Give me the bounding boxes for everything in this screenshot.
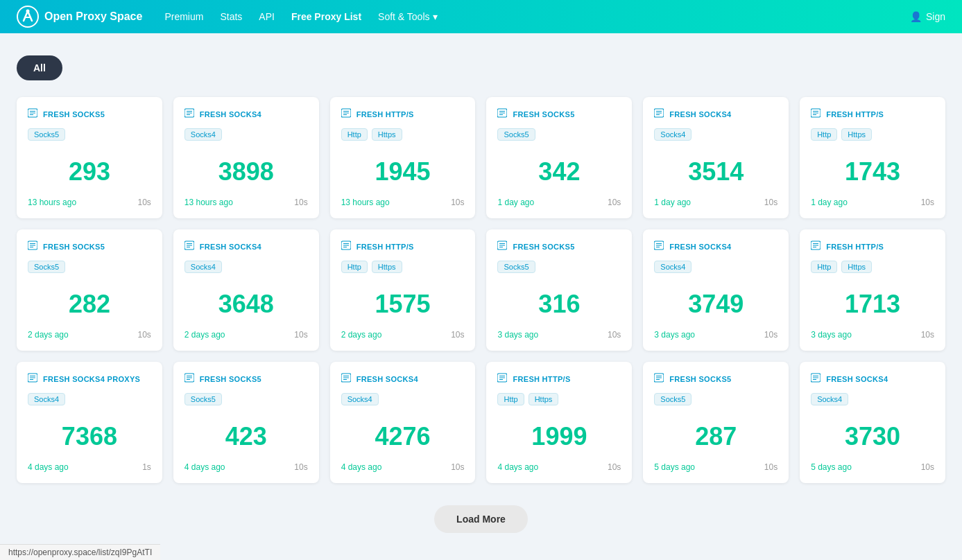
card-title: FRESH SOCKS4 (826, 375, 888, 383)
card-interval: 10s (608, 330, 621, 340)
card-header: FRESH HTTP/S (811, 240, 934, 252)
card-header: FRESH HTTP/S (497, 373, 621, 385)
nav-api[interactable]: API (259, 11, 275, 22)
nav-premium[interactable]: Premium (164, 11, 203, 22)
proxy-card[interactable]: FRESH SOCKS4 Socks4 3898 13 hours ago 10… (173, 97, 319, 218)
card-interval: 10s (921, 330, 934, 340)
card-count: 3898 (184, 152, 308, 198)
chevron-down-icon: ▾ (433, 11, 438, 22)
card-footer: 2 days ago 10s (28, 330, 151, 340)
proxy-card[interactable]: FRESH HTTP/S HttpHttps 1743 1 day ago 10… (800, 97, 945, 218)
card-title: FRESH SOCKS5 (513, 243, 574, 251)
card-time: 4 days ago (497, 462, 538, 472)
nav-logo[interactable]: Open Proxy Space (17, 6, 142, 28)
list-icon (654, 108, 664, 120)
card-time: 2 days ago (28, 330, 69, 340)
list-icon (184, 108, 194, 120)
proxy-card[interactable]: FRESH HTTP/S HttpHttps 1999 4 days ago 1… (486, 362, 632, 483)
tag: Socks5 (184, 393, 222, 405)
card-title: FRESH SOCKS4 (669, 110, 731, 119)
card-time: 4 days ago (28, 462, 69, 472)
card-title: FRESH SOCKS4 (200, 110, 261, 119)
card-title: FRESH SOCKS5 (43, 243, 105, 251)
card-count: 282 (28, 284, 151, 330)
proxy-card[interactable]: FRESH SOCKS5 Socks5 293 13 hours ago 10s (17, 97, 162, 218)
card-count: 423 (184, 417, 308, 462)
tag: Socks5 (497, 261, 535, 273)
card-time: 1 day ago (654, 198, 691, 207)
card-tags: Socks4 (654, 128, 778, 141)
card-footer: 13 hours ago 10s (341, 198, 465, 207)
card-tags: HttpHttps (811, 261, 934, 273)
tag: Socks5 (654, 393, 692, 405)
nav-soft-tools-dropdown[interactable]: Soft & Tools ▾ (378, 11, 437, 22)
nav-sign[interactable]: 👤 Sign (910, 11, 945, 22)
card-title: FRESH SOCKS4 PROXYS (43, 375, 140, 383)
card-tags: Socks4 (341, 393, 465, 405)
tag: Https (841, 128, 872, 141)
card-time: 13 hours ago (184, 198, 233, 207)
load-more-button[interactable]: Load More (434, 505, 528, 533)
list-icon (497, 108, 507, 120)
card-interval: 10s (764, 462, 778, 472)
card-time: 5 days ago (654, 462, 695, 472)
card-count: 1999 (497, 417, 621, 462)
card-header: FRESH SOCKS4 (654, 108, 778, 120)
card-interval: 10s (921, 198, 934, 207)
list-icon (497, 240, 507, 252)
proxy-card[interactable]: FRESH SOCKS4 Socks4 3648 2 days ago 10s (173, 229, 319, 351)
card-tags: Socks5 (497, 128, 621, 141)
list-icon (341, 373, 351, 385)
card-header: FRESH SOCKS4 (811, 373, 934, 385)
proxy-card[interactable]: FRESH SOCKS4 Socks4 4276 4 days ago 10s (330, 362, 476, 483)
proxy-card[interactable]: FRESH SOCKS4 Socks4 3514 1 day ago 10s (643, 97, 789, 218)
proxy-card[interactable]: FRESH SOCKS4 Socks4 3730 5 days ago 10s (800, 362, 945, 483)
proxy-card[interactable]: FRESH HTTP/S HttpHttps 1945 13 hours ago… (330, 97, 476, 218)
card-interval: 10s (451, 330, 464, 340)
card-title: FRESH SOCKS4 (357, 375, 418, 383)
proxy-card[interactable]: FRESH SOCKS5 Socks5 342 1 day ago 10s (486, 97, 632, 218)
list-icon (28, 240, 37, 252)
list-icon (654, 373, 664, 385)
card-header: FRESH SOCKS4 (341, 373, 465, 385)
tag: Http (811, 261, 837, 273)
tag: Http (341, 261, 368, 273)
card-tags: Socks5 (28, 128, 151, 141)
card-interval: 10s (137, 330, 151, 340)
all-filter-button[interactable]: All (17, 55, 62, 80)
card-interval: 10s (451, 462, 464, 472)
proxy-card[interactable]: FRESH SOCKS4 Socks4 3749 3 days ago 10s (643, 229, 789, 351)
nav-links: Premium Stats API Free Proxy List Soft &… (164, 11, 437, 22)
proxy-card[interactable]: FRESH SOCKS4 PROXYS Socks4 7368 4 days a… (17, 362, 162, 483)
card-footer: 3 days ago 10s (497, 330, 621, 340)
card-tags: HttpHttps (341, 128, 465, 141)
card-footer: 2 days ago 10s (184, 330, 308, 340)
proxy-card[interactable]: FRESH HTTP/S HttpHttps 1713 3 days ago 1… (800, 229, 945, 351)
card-header: FRESH SOCKS5 (497, 108, 621, 120)
card-title: FRESH SOCKS4 (669, 243, 731, 251)
card-interval: 10s (764, 330, 778, 340)
page-content: All FRESH SOCKS5 Socks5 293 13 hours ago… (0, 33, 962, 560)
card-count: 287 (654, 417, 778, 462)
card-tags: Socks5 (654, 393, 778, 405)
proxy-card[interactable]: FRESH SOCKS5 Socks5 287 5 days ago 10s (643, 362, 789, 483)
card-footer: 4 days ago 10s (341, 462, 465, 472)
nav-stats[interactable]: Stats (220, 11, 242, 22)
card-count: 342 (497, 152, 621, 198)
card-interval: 10s (921, 462, 934, 472)
proxy-card[interactable]: FRESH SOCKS5 Socks5 423 4 days ago 10s (173, 362, 319, 483)
list-icon (654, 240, 664, 252)
tag: Socks4 (654, 128, 692, 141)
nav-logo-text: Open Proxy Space (44, 10, 142, 23)
card-tags: Socks5 (184, 393, 308, 405)
card-count: 3730 (811, 417, 934, 462)
card-title: FRESH HTTP/S (357, 243, 414, 251)
proxy-card[interactable]: FRESH SOCKS5 Socks5 282 2 days ago 10s (17, 229, 162, 351)
proxy-card[interactable]: FRESH SOCKS5 Socks5 316 3 days ago 10s (486, 229, 632, 351)
list-icon (184, 240, 194, 252)
card-tags: Socks4 (654, 261, 778, 273)
proxy-card[interactable]: FRESH HTTP/S HttpHttps 1575 2 days ago 1… (330, 229, 476, 351)
card-interval: 10s (608, 462, 621, 472)
tag: Socks4 (341, 393, 379, 405)
nav-free-proxy-list[interactable]: Free Proxy List (291, 11, 361, 22)
